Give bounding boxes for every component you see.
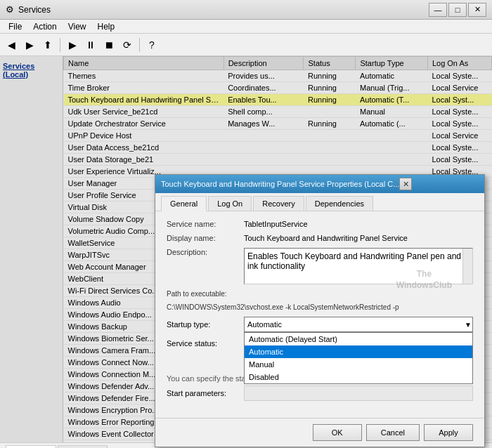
restart-button[interactable]: ⟳ bbox=[119, 37, 136, 53]
tab-general[interactable]: General bbox=[161, 196, 207, 211]
service-status-label: Service status: bbox=[167, 339, 244, 348]
dialog-close-button[interactable]: ✕ bbox=[399, 178, 412, 190]
desc-scrollbar[interactable] bbox=[462, 249, 472, 284]
help-button[interactable]: ? bbox=[143, 37, 160, 53]
cancel-button[interactable]: Cancel bbox=[366, 424, 420, 441]
tab-extended[interactable]: Extended bbox=[6, 445, 56, 449]
startup-select-container: Automatic ▼ Automatic (Delayed Start) Au… bbox=[244, 317, 473, 332]
description-label: Description: bbox=[167, 248, 244, 256]
play-button[interactable]: ▶ bbox=[64, 37, 81, 53]
display-name-value: Touch Keyboard and Handwriting Panel Ser… bbox=[244, 234, 473, 242]
startup-select[interactable]: Automatic bbox=[244, 317, 473, 332]
description-text: Enables Touch Keyboard and Handwriting P… bbox=[247, 251, 461, 271]
toolbar-separator-2 bbox=[139, 38, 140, 52]
service-name-value: TabletInputService bbox=[244, 220, 473, 228]
dropdown-item-automatic[interactable]: Automatic bbox=[245, 345, 472, 358]
path-row: Path to executable: C:\WINDOWS\System32\… bbox=[167, 290, 473, 311]
dialog-buttons: OK Cancel Apply bbox=[155, 418, 484, 447]
path-value: C:\WINDOWS\System32\svchost.exe -k Local… bbox=[167, 303, 473, 311]
pause-button[interactable]: ⏸ bbox=[82, 37, 99, 53]
dialog-content: Service name: TabletInputService Display… bbox=[155, 211, 484, 418]
description-row: Description: Enables Touch Keyboard and … bbox=[167, 248, 473, 284]
dialog-title: Touch Keyboard and Handwriting Panel Ser… bbox=[161, 180, 399, 188]
params-input[interactable] bbox=[244, 386, 473, 401]
menu-help[interactable]: Help bbox=[92, 20, 121, 33]
back-button[interactable]: ◀ bbox=[3, 37, 20, 53]
up-button[interactable]: ⬆ bbox=[39, 37, 56, 53]
dialog-tabs: General Log On Recovery Dependencies bbox=[155, 193, 484, 211]
tab-dependencies[interactable]: Dependencies bbox=[306, 196, 373, 211]
close-button[interactable]: ✕ bbox=[468, 3, 486, 17]
minimize-button[interactable]: — bbox=[429, 3, 447, 17]
startup-row: Startup type: Automatic ▼ Automatic (Del… bbox=[167, 317, 473, 332]
menu-view[interactable]: View bbox=[63, 20, 92, 33]
apply-button[interactable]: Apply bbox=[424, 424, 473, 441]
display-name-label: Display name: bbox=[167, 234, 244, 242]
path-label: Path to executable: bbox=[167, 290, 473, 298]
toolbar: ◀ ▶ ⬆ ▶ ⏸ ⏹ ⟳ ? bbox=[0, 34, 492, 56]
ok-button[interactable]: OK bbox=[313, 424, 362, 441]
startup-dropdown[interactable]: Automatic (Delayed Start) Automatic Manu… bbox=[244, 332, 473, 384]
app-title: Services bbox=[18, 5, 51, 15]
tab-logon[interactable]: Log On bbox=[208, 196, 252, 211]
startup-label: Startup type: bbox=[167, 320, 244, 329]
params-input-label: Start parameters: bbox=[167, 389, 244, 397]
service-name-label: Service name: bbox=[167, 220, 244, 228]
menu-bar: File Action View Help bbox=[0, 20, 492, 34]
forward-button[interactable]: ▶ bbox=[21, 37, 38, 53]
display-name-row: Display name: Touch Keyboard and Handwri… bbox=[167, 234, 473, 242]
menu-action[interactable]: Action bbox=[27, 20, 62, 33]
toolbar-separator-1 bbox=[60, 38, 60, 52]
service-name-row: Service name: TabletInputService bbox=[167, 220, 473, 228]
menu-file[interactable]: File bbox=[3, 20, 27, 33]
stop-button[interactable]: ⏹ bbox=[101, 37, 117, 53]
dropdown-item-disabled[interactable]: Disabled bbox=[245, 371, 472, 383]
maximize-button[interactable]: □ bbox=[448, 3, 467, 17]
description-box: Enables Touch Keyboard and Handwriting P… bbox=[244, 248, 473, 284]
title-bar: ⚙ Services — □ ✕ bbox=[0, 0, 492, 20]
dialog-overlay: Touch Keyboard and Handwriting Panel Ser… bbox=[0, 56, 492, 442]
dropdown-item-manual[interactable]: Manual bbox=[245, 358, 472, 371]
tab-recovery[interactable]: Recovery bbox=[253, 196, 304, 211]
tab-standard[interactable]: Standard bbox=[58, 445, 108, 449]
app-icon: ⚙ bbox=[6, 4, 14, 15]
dropdown-item-delayed[interactable]: Automatic (Delayed Start) bbox=[245, 333, 472, 345]
dialog-title-bar: Touch Keyboard and Handwriting Panel Ser… bbox=[155, 175, 484, 193]
properties-dialog: Touch Keyboard and Handwriting Panel Ser… bbox=[155, 174, 485, 447]
